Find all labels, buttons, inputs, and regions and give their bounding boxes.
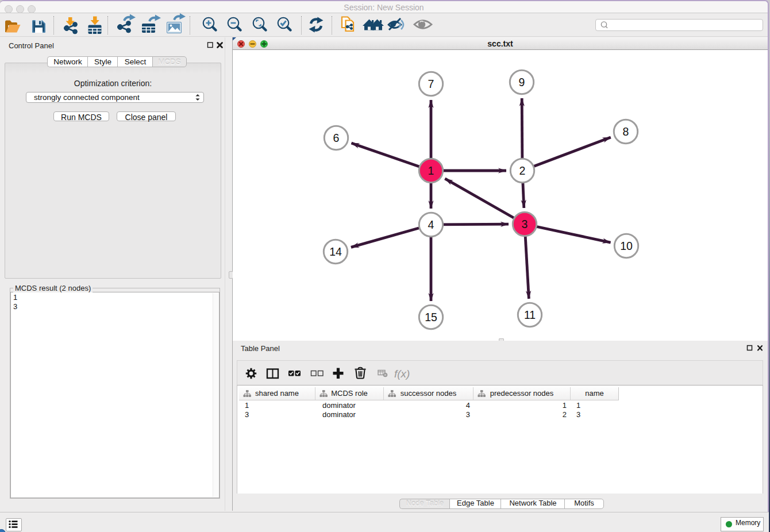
svg-text:7: 7 <box>428 78 434 90</box>
svg-text:3: 3 <box>522 218 528 230</box>
svg-text:9: 9 <box>519 76 525 88</box>
svg-text:6: 6 <box>333 132 340 144</box>
svg-text:14: 14 <box>329 245 342 258</box>
svg-text:11: 11 <box>524 309 536 321</box>
svg-text:4: 4 <box>428 218 434 231</box>
svg-text:15: 15 <box>425 311 437 323</box>
svg-text:2: 2 <box>519 164 526 177</box>
svg-text:8: 8 <box>623 125 629 138</box>
svg-text:1: 1 <box>428 164 434 177</box>
svg-text:f(x): f(x) <box>394 368 410 380</box>
svg-text:10: 10 <box>620 240 633 252</box>
